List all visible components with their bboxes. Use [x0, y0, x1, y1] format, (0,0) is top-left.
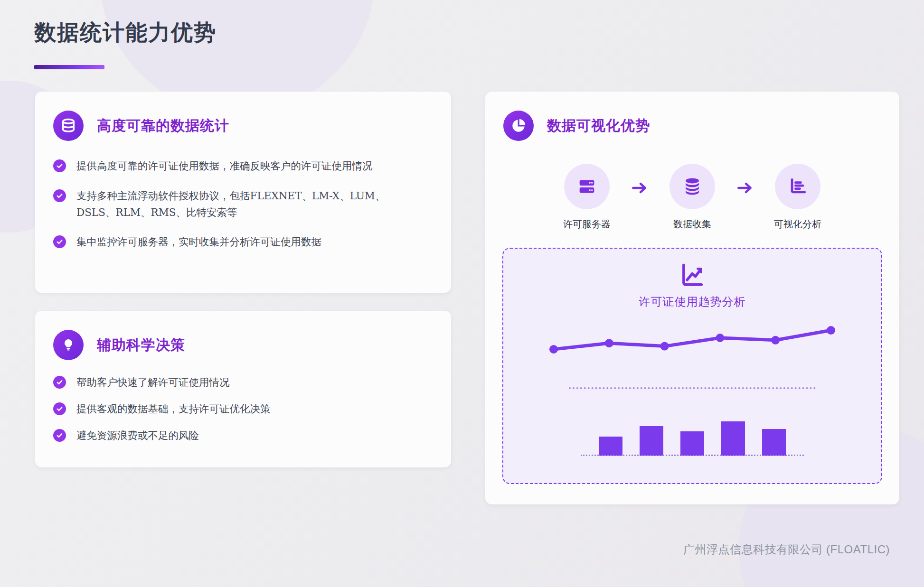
check-icon [53, 429, 66, 442]
data-flow-diagram: 许可服务器 数据收集 [485, 164, 899, 231]
pie-chart-icon [503, 111, 534, 141]
flow-label: 许可服务器 [563, 218, 611, 231]
card-header: 辅助科学决策 [35, 311, 451, 360]
bullet-text: 支持多种主流浮动软件授权协议，包括FLEXNET、LM-X、LUM、DSLS、R… [76, 188, 409, 221]
slide: 数据统计能力优势 高度可靠的数据统计 提供高度可靠的许可证使用数据，准确反映客户… [0, 0, 924, 587]
lightbulb-icon [53, 330, 84, 360]
list-item: 帮助客户快速了解许可证使用情况 [53, 374, 433, 391]
flow-station-visual-analysis: 可视化分析 [762, 164, 833, 231]
card-visualization: 数据可视化优势 许可服务器 [485, 92, 899, 504]
check-icon [53, 402, 66, 415]
bullet-list: 帮助客户快速了解许可证使用情况 提供客观的数据基础，支持许可证优化决策 避免资源… [35, 360, 451, 444]
card-decision-support: 辅助科学决策 帮助客户快速了解许可证使用情况 提供客观的数据基础，支持许可证优化… [35, 311, 451, 467]
trend-line-chart [545, 317, 839, 379]
card-title: 数据可视化优势 [547, 116, 650, 136]
flow-station-data-collect: 数据收集 [657, 164, 728, 231]
page-title: 数据统计能力优势 [34, 18, 217, 47]
dotted-separator [569, 387, 816, 389]
card-title: 辅助科学决策 [97, 335, 185, 355]
card-header: 数据可视化优势 [485, 92, 899, 141]
database-icon [53, 111, 84, 141]
card-reliable-statistics: 高度可靠的数据统计 提供高度可靠的许可证使用数据，准确反映客户的许可证使用情况 … [35, 92, 451, 293]
check-icon [53, 235, 66, 248]
list-item: 提供高度可靠的许可证使用数据，准确反映客户的许可证使用情况 [53, 158, 433, 175]
flow-label: 可视化分析 [774, 218, 821, 231]
bullet-text: 避免资源浪费或不足的风险 [76, 428, 199, 444]
bullet-text: 提供高度可靠的许可证使用数据，准确反映客户的许可证使用情况 [76, 158, 373, 175]
check-icon [53, 189, 66, 202]
bullet-text: 帮助客户快速了解许可证使用情况 [76, 374, 230, 391]
trend-bar-chart-wrap [503, 412, 881, 456]
bullet-text: 集中监控许可服务器，实时收集并分析许可证使用数据 [76, 234, 321, 251]
server-icon [564, 164, 610, 209]
check-icon [53, 376, 66, 389]
list-item: 支持多种主流浮动软件授权协议，包括FLEXNET、LM-X、LUM、DSLS、R… [53, 188, 433, 221]
list-item: 集中监控许可服务器，实时收集并分析许可证使用数据 [53, 234, 433, 251]
arrow-right-icon [735, 181, 754, 195]
line-chart-icon [503, 261, 881, 289]
flow-station-license-server: 许可服务器 [551, 164, 622, 231]
database-icon [669, 164, 715, 209]
list-item: 避免资源浪费或不足的风险 [53, 428, 433, 444]
flow-label: 数据收集 [673, 218, 711, 231]
bullet-text: 提供客观的数据基础，支持许可证优化决策 [76, 401, 271, 418]
trend-bar-chart [599, 412, 786, 456]
trend-analysis-panel: 许可证使用趋势分析 [502, 248, 882, 484]
bar-chart-icon [775, 164, 820, 209]
trend-label: 许可证使用趋势分析 [503, 294, 881, 309]
title-underline [34, 65, 104, 69]
company-footer: 广州浮点信息科技有限公司 (FLOATLIC) [683, 542, 890, 557]
list-item: 提供客观的数据基础，支持许可证优化决策 [53, 401, 433, 418]
card-header: 高度可靠的数据统计 [35, 92, 451, 141]
trend-line-chart-wrap [503, 317, 881, 379]
card-title: 高度可靠的数据统计 [97, 116, 229, 136]
check-icon [53, 159, 66, 172]
bullet-list: 提供高度可靠的许可证使用数据，准确反映客户的许可证使用情况 支持多种主流浮动软件… [35, 141, 451, 251]
arrow-right-icon [630, 181, 649, 195]
